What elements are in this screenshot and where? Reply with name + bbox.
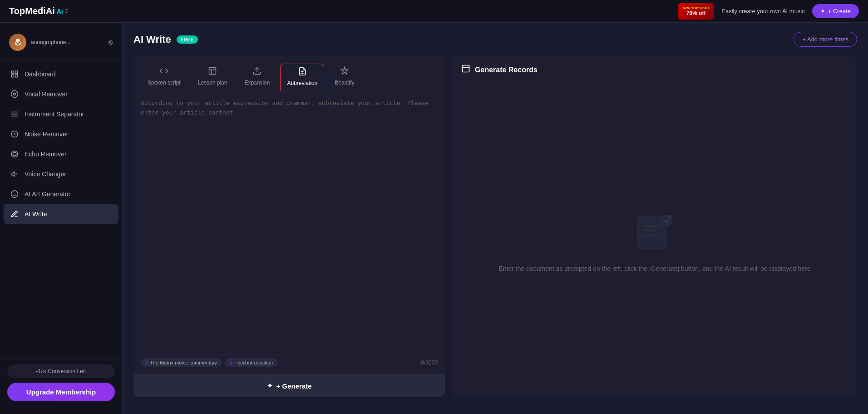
- echo-remover-icon: [10, 150, 19, 159]
- tab-label: Abbreviation: [287, 80, 317, 86]
- logo-reg: ®: [65, 9, 68, 14]
- instrument-separator-icon: [10, 110, 19, 119]
- empty-state-text: Enter the document as prompted on the le…: [498, 264, 810, 274]
- generate-label: + Generate: [276, 382, 312, 390]
- sidebar-item-label: Vocal Remover: [25, 90, 68, 98]
- tab-beautify[interactable]: Beautify: [328, 63, 361, 91]
- conversion-left: -1/∞ Conversion Left: [7, 364, 115, 378]
- page-title: AI Write: [133, 34, 171, 45]
- dashboard-icon: [10, 70, 19, 79]
- page-title-row: AI Write FREE: [133, 34, 198, 45]
- svg-point-13: [11, 191, 18, 198]
- tab-lesson-plan[interactable]: Lesson plan: [191, 63, 234, 91]
- promo-line1: New Year Deals: [683, 6, 710, 10]
- sidebar-item-label: Noise Remover: [25, 130, 68, 138]
- sidebar-bottom: -1/∞ Conversion Left Upgrade Membership: [0, 359, 122, 407]
- main-layout: 🐶 anongrophone... ⎋ Dashboard Vocal Remo…: [0, 23, 868, 414]
- textarea-footer: The Matrix movie commentary Food introdu…: [141, 354, 438, 367]
- create-icon: ✦: [820, 8, 825, 15]
- svg-rect-1: [15, 71, 18, 73]
- sidebar-item-echo-remover[interactable]: Echo Remover: [4, 144, 118, 164]
- records-title: Generate Records: [475, 66, 538, 74]
- sidebar-item-label: AI Write: [25, 210, 47, 218]
- tab-label: Lesson plan: [198, 80, 227, 86]
- right-panel-body: Enter the document as prompted on the le…: [452, 84, 857, 397]
- workspace: Spoken script Lesson plan Expansion: [133, 56, 857, 397]
- left-panel: Spoken script Lesson plan Expansion: [133, 56, 445, 397]
- svg-point-10: [11, 151, 18, 157]
- sidebar-item-ai-write[interactable]: AI Write: [4, 204, 118, 224]
- voice-changer-icon: [10, 170, 19, 179]
- free-badge: FREE: [177, 35, 198, 44]
- svg-rect-3: [11, 75, 14, 77]
- abbreviation-icon: [298, 67, 307, 78]
- tab-abbreviation[interactable]: Abbreviation: [280, 64, 324, 91]
- topbar: TopMediAiAi® New Year Deals 70% off Easi…: [0, 0, 868, 23]
- logo: TopMediAiAi®: [9, 6, 68, 16]
- page-header: AI Write FREE + Add more times: [133, 32, 857, 47]
- sidebar-item-vocal-remover[interactable]: Vocal Remover: [4, 84, 118, 104]
- records-icon: [461, 64, 470, 75]
- sidebar-item-dashboard[interactable]: Dashboard: [4, 64, 118, 84]
- promo-line2: 70% off: [683, 10, 710, 16]
- svg-marker-12: [11, 172, 15, 177]
- beautify-icon: [340, 66, 349, 78]
- svg-point-4: [11, 91, 18, 98]
- sidebar-item-noise-remover[interactable]: Noise Remover: [4, 124, 118, 144]
- expansion-icon: [252, 66, 261, 78]
- sidebar: 🐶 anongrophone... ⎋ Dashboard Vocal Remo…: [0, 23, 123, 414]
- tab-label: Expansion: [244, 80, 270, 86]
- main-textarea[interactable]: [141, 99, 438, 350]
- generate-button[interactable]: ✦ + Generate: [133, 374, 445, 397]
- sidebar-item-label: Echo Remover: [25, 150, 67, 158]
- upgrade-membership-button[interactable]: Upgrade Membership: [7, 383, 115, 401]
- tagline: Easily create your own AI music: [721, 8, 805, 15]
- ai-art-icon: [10, 190, 19, 199]
- tags-row: The Matrix movie commentary Food introdu…: [141, 358, 277, 367]
- svg-point-11: [13, 152, 16, 156]
- tab-label: Beautify: [335, 80, 354, 86]
- svg-point-5: [14, 93, 16, 95]
- profile-left: 🐶 anongrophone...: [9, 34, 70, 51]
- sidebar-item-instrument-separator[interactable]: Instrument Separator: [4, 104, 118, 124]
- sidebar-item-ai-art-generator[interactable]: AI Art Generator: [4, 184, 118, 204]
- logo-text: TopMediAi: [9, 6, 55, 16]
- content-area: AI Write FREE + Add more times Spoken sc…: [123, 23, 868, 414]
- avatar: 🐶: [9, 34, 26, 51]
- create-button[interactable]: ✦ + Create: [812, 4, 859, 18]
- add-more-label: + Add more times: [802, 36, 848, 43]
- logo-ai-badge: Ai: [57, 8, 63, 15]
- tab-spoken-script[interactable]: Spoken script: [141, 63, 187, 91]
- right-panel: Generate Records: [452, 56, 857, 397]
- add-more-times-button[interactable]: + Add more times: [794, 32, 857, 47]
- sidebar-item-label: Voice Changer: [25, 170, 66, 178]
- tab-expansion[interactable]: Expansion: [237, 63, 276, 91]
- sidebar-profile: 🐶 anongrophone... ⎋: [0, 30, 122, 60]
- lesson-plan-icon: [208, 66, 217, 78]
- tag-matrix[interactable]: The Matrix movie commentary: [141, 358, 222, 367]
- username: anongrophone...: [31, 39, 70, 45]
- svg-rect-18: [463, 65, 469, 72]
- promo-banner[interactable]: New Year Deals 70% off: [678, 3, 714, 20]
- sidebar-item-label: Dashboard: [25, 70, 56, 78]
- sidebar-item-label: Instrument Separator: [25, 110, 84, 118]
- char-count: 0/3000: [421, 359, 438, 366]
- topbar-right: New Year Deals 70% off Easily create you…: [678, 3, 859, 20]
- svg-rect-0: [11, 71, 14, 73]
- svg-rect-16: [209, 68, 216, 75]
- textarea-container: The Matrix movie commentary Food introdu…: [133, 91, 445, 374]
- sidebar-item-voice-changer[interactable]: Voice Changer: [4, 164, 118, 184]
- tag-food[interactable]: Food introduction: [225, 358, 277, 367]
- sidebar-nav: Dashboard Vocal Remover Instrument Separ…: [0, 64, 122, 359]
- vocal-remover-icon: [10, 90, 19, 99]
- noise-remover-icon: [10, 130, 19, 139]
- tabs-row: Spoken script Lesson plan Expansion: [133, 56, 445, 91]
- generate-icon: ✦: [267, 382, 273, 390]
- sidebar-item-label: AI Art Generator: [25, 190, 70, 198]
- right-panel-header: Generate Records: [452, 56, 857, 84]
- spoken-script-icon: [159, 66, 168, 78]
- svg-rect-2: [15, 75, 18, 77]
- logout-icon[interactable]: ⎋: [108, 38, 113, 46]
- empty-state-icon: [632, 207, 677, 253]
- tab-label: Spoken script: [148, 80, 181, 86]
